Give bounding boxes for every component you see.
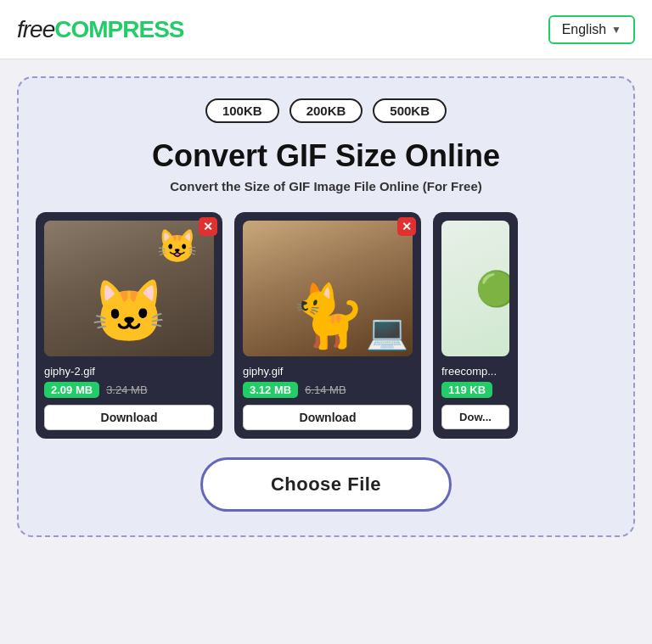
file-card-1: ✕ giphy-2.gif 2.09 MB 3.24 MB Download: [36, 212, 222, 439]
close-button-2[interactable]: ✕: [397, 217, 416, 236]
size-badges-row: 100KB 200KB 500KB: [205, 98, 447, 123]
file-thumbnail-2: [243, 221, 413, 356]
file-name-1: giphy-2.gif: [44, 365, 95, 378]
size-new-1: 2.09 MB: [44, 382, 99, 398]
cat1-image: [44, 221, 214, 356]
file-thumbnail-1: [44, 221, 214, 356]
size-old-2: 6.14 MB: [305, 384, 346, 396]
badge-500kb[interactable]: 500KB: [373, 98, 447, 123]
badge-100kb[interactable]: 100KB: [205, 98, 279, 123]
page-title: Convert GIF Size Online: [152, 138, 500, 174]
file-card-2: ✕ giphy.gif 3.12 MB 6.14 MB Download: [234, 212, 421, 439]
language-selector[interactable]: English ▼: [548, 15, 635, 44]
file-thumbnail-3: [441, 221, 509, 356]
logo-compress: COMPRESS: [54, 16, 183, 42]
header: freeCOMPRESS English ▼: [0, 0, 652, 59]
file-card-3: freecomp... 119 KB Dow...: [433, 212, 518, 439]
cat2-image: [243, 221, 413, 356]
logo: freeCOMPRESS: [17, 16, 184, 43]
download-button-1[interactable]: Download: [44, 405, 214, 430]
file-sizes-2: 3.12 MB 6.14 MB: [243, 382, 346, 398]
file-sizes-1: 2.09 MB 3.24 MB: [44, 382, 148, 398]
size-new-2: 3.12 MB: [243, 382, 298, 398]
logo-free: free: [17, 16, 54, 42]
language-label: English: [562, 22, 606, 37]
download-button-2[interactable]: Download: [243, 405, 413, 430]
tool-container: 100KB 200KB 500KB Convert GIF Size Onlin…: [17, 76, 635, 537]
chevron-down-icon: ▼: [611, 24, 621, 36]
size-old-1: 3.24 MB: [106, 384, 147, 396]
choose-file-button[interactable]: Choose File: [200, 457, 452, 512]
file-name-2: giphy.gif: [243, 365, 283, 378]
page-subtitle: Convert the Size of GIF Image File Onlin…: [170, 179, 482, 193]
files-row: ✕ giphy-2.gif 2.09 MB 3.24 MB Download ✕…: [36, 212, 616, 439]
size-new-3: 119 KB: [441, 382, 492, 398]
cat3-image: [441, 221, 509, 356]
download-button-3[interactable]: Dow...: [441, 405, 509, 429]
main-content: 100KB 200KB 500KB Convert GIF Size Onlin…: [0, 59, 652, 554]
badge-200kb[interactable]: 200KB: [289, 98, 363, 123]
file-name-3: freecomp...: [441, 365, 497, 378]
close-button-1[interactable]: ✕: [199, 217, 217, 236]
